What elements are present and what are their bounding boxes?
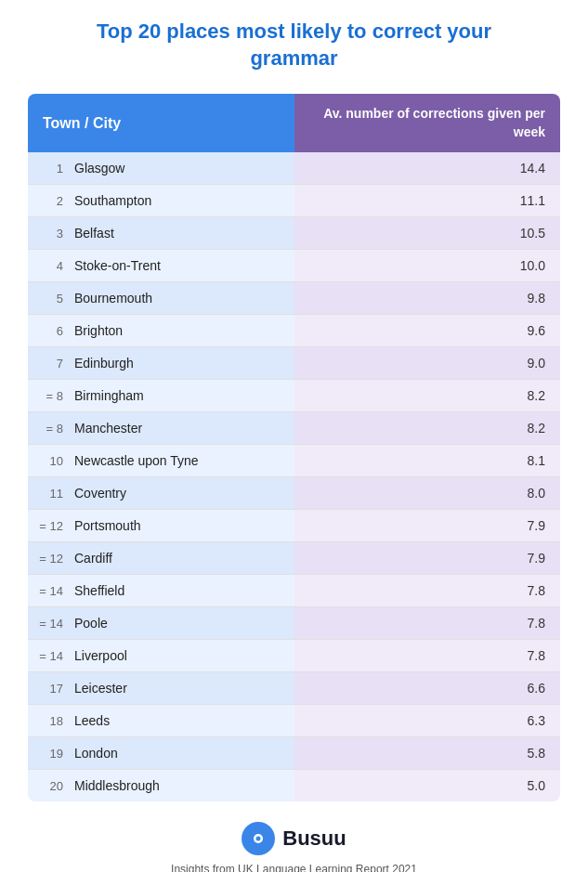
city-name: Portsmouth <box>74 518 141 533</box>
busuu-logo-text: Busuu <box>282 826 346 851</box>
cell-town: 4Stoke-on-Trent <box>28 250 294 281</box>
city-name: Poole <box>74 616 108 631</box>
table-row: 19London5.8 <box>28 737 560 770</box>
rank: = 12 <box>37 519 63 533</box>
rank: 2 <box>37 194 63 208</box>
city-name: Cardiff <box>74 551 112 566</box>
city-name: Brighton <box>74 323 123 338</box>
table-row: 11Coventry8.0 <box>28 477 560 510</box>
city-name: Glasgow <box>74 161 124 176</box>
cell-town: 7Edinburgh <box>28 347 294 379</box>
table-body: 1Glasgow14.42Southampton11.13Belfast10.5… <box>28 152 560 801</box>
table-row: = 14Poole7.8 <box>28 607 560 640</box>
cell-town: = 12Portsmouth <box>28 510 294 541</box>
table-row: 1Glasgow14.4 <box>28 152 560 185</box>
table-row: 4Stoke-on-Trent10.0 <box>28 250 560 282</box>
rank: 18 <box>37 714 63 728</box>
cell-town: 1Glasgow <box>28 152 294 184</box>
cell-value: 9.6 <box>294 315 561 346</box>
cell-town: = 14Liverpool <box>28 640 294 671</box>
cell-value: 6.6 <box>294 672 561 704</box>
rank: 11 <box>37 487 63 501</box>
table-row: = 8Manchester8.2 <box>28 412 560 445</box>
cell-value: 9.8 <box>294 282 561 314</box>
cell-value: 14.4 <box>294 152 561 184</box>
footer-caption: Insights from UK Language Learning Repor… <box>171 863 417 872</box>
rank: 20 <box>37 779 63 793</box>
city-name: Newcastle upon Tyne <box>74 453 199 468</box>
cell-town: 5Bournemouth <box>28 282 294 314</box>
rank: = 14 <box>37 649 63 663</box>
cell-town: 2Southampton <box>28 185 294 216</box>
page-title: Top 20 places most likely to correct you… <box>97 19 491 72</box>
city-name: Birmingham <box>74 388 144 403</box>
table-row: = 8Birmingham8.2 <box>28 380 560 412</box>
table-row: 5Bournemouth9.8 <box>28 282 560 315</box>
svg-point-2 <box>256 837 261 841</box>
city-name: Bournemouth <box>74 291 152 306</box>
cell-town: = 14Poole <box>28 607 294 639</box>
rank: 7 <box>37 357 63 371</box>
table-row: 17Leicester6.6 <box>28 672 560 705</box>
city-name: Middlesbrough <box>74 778 160 793</box>
city-name: Southampton <box>74 193 151 208</box>
cell-value: 7.8 <box>294 607 561 639</box>
city-name: London <box>74 746 118 761</box>
cell-town: 6Brighton <box>28 315 294 346</box>
city-name: Edinburgh <box>74 356 134 371</box>
cell-value: 8.2 <box>294 412 561 444</box>
cell-town: 11Coventry <box>28 477 294 509</box>
cell-value: 10.0 <box>294 250 561 281</box>
cell-value: 7.9 <box>294 542 561 574</box>
cell-town: = 8Birmingham <box>28 380 294 411</box>
cell-town: = 8Manchester <box>28 412 294 444</box>
cell-town: 20Middlesbrough <box>28 770 294 801</box>
rank: 17 <box>37 682 63 696</box>
cell-value: 8.0 <box>294 477 561 509</box>
table-row: = 12Portsmouth7.9 <box>28 510 560 542</box>
busuu-logo: Busuu <box>242 822 346 855</box>
footer: Busuu Insights from UK Language Learning… <box>171 822 417 872</box>
city-name: Belfast <box>74 226 114 241</box>
rank: 4 <box>37 259 63 273</box>
cell-value: 9.0 <box>294 347 561 379</box>
cell-value: 7.8 <box>294 575 561 606</box>
city-name: Coventry <box>74 486 126 501</box>
cell-value: 7.9 <box>294 510 561 541</box>
busuu-icon <box>242 822 275 855</box>
rank: 19 <box>37 747 63 761</box>
rank: 3 <box>37 227 63 241</box>
table-row: 6Brighton9.6 <box>28 315 560 347</box>
cell-town: = 14Sheffield <box>28 575 294 606</box>
city-name: Stoke-on-Trent <box>74 258 161 273</box>
table-row: 3Belfast10.5 <box>28 217 560 250</box>
cell-town: 17Leicester <box>28 672 294 704</box>
table-row: = 12Cardiff7.9 <box>28 542 560 575</box>
city-name: Sheffield <box>74 583 124 598</box>
rank: 5 <box>37 292 63 306</box>
header-town-city: Town / City <box>28 94 294 152</box>
city-name: Manchester <box>74 421 142 436</box>
cell-value: 8.1 <box>294 445 561 476</box>
rank: = 14 <box>37 584 63 598</box>
city-name: Leeds <box>74 713 110 728</box>
table-row: 18Leeds6.3 <box>28 705 560 737</box>
city-name: Leicester <box>74 681 127 696</box>
table-row: 20Middlesbrough5.0 <box>28 770 560 801</box>
cell-value: 8.2 <box>294 380 561 411</box>
rank: = 12 <box>37 552 63 566</box>
table-header: Town / City Av. number of corrections gi… <box>28 94 560 152</box>
table-row: = 14Sheffield7.8 <box>28 575 560 607</box>
rankings-table: Town / City Av. number of corrections gi… <box>28 94 560 801</box>
rank: 1 <box>37 162 63 176</box>
cell-value: 5.0 <box>294 770 561 801</box>
table-row: 7Edinburgh9.0 <box>28 347 560 380</box>
rank: 10 <box>37 454 63 468</box>
table-row: = 14Liverpool7.8 <box>28 640 560 672</box>
table-row: 10Newcastle upon Tyne8.1 <box>28 445 560 477</box>
rank: 6 <box>37 324 63 338</box>
cell-town: 3Belfast <box>28 217 294 249</box>
table-row: 2Southampton11.1 <box>28 185 560 217</box>
cell-town: 18Leeds <box>28 705 294 736</box>
cell-town: 10Newcastle upon Tyne <box>28 445 294 476</box>
